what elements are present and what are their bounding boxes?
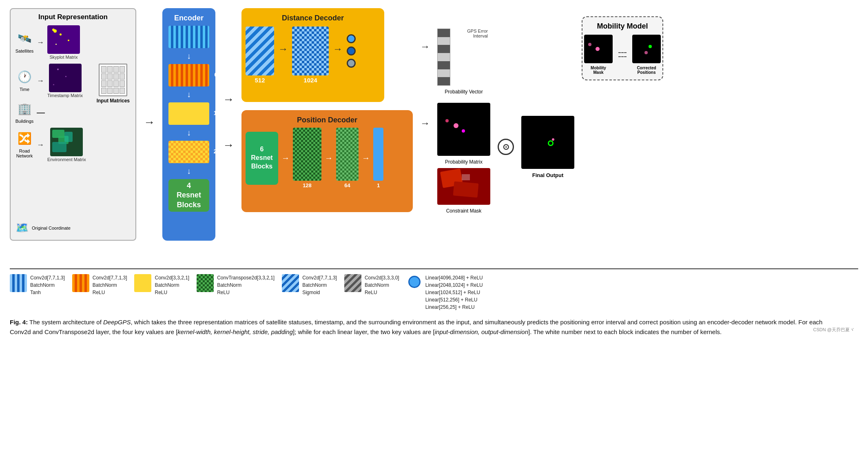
legend-item-6: Conv2d[3,3,3,0]BatchNormReLU: [344, 274, 399, 296]
enc-block-128-wrap: 128: [168, 102, 209, 125]
pd-block-1: 1: [373, 128, 383, 188]
mm-da1: [618, 52, 627, 53]
time-label: Time: [20, 87, 29, 92]
mm-mask-label: Mobility Mask: [591, 66, 606, 75]
gc6: [107, 73, 113, 80]
enc-block-3-wrap: 3: [168, 26, 209, 48]
leg-swatch-6: [344, 274, 361, 292]
cr2: [453, 181, 479, 197]
mm-inner: Mobility Mask: [584, 35, 661, 75]
pd-block-128: 128: [293, 128, 321, 188]
prob-matrix-label: Probability Matrix: [445, 159, 483, 165]
road-icon: 🔀: [16, 132, 33, 145]
enc-arrow-4: ↓: [187, 166, 191, 176]
gc16: [120, 88, 125, 94]
pd-checker-128: [293, 128, 321, 181]
distance-decoder-title: Distance Decoder: [246, 14, 380, 22]
pd-arrow1: →: [281, 153, 290, 163]
enc-block-128: [168, 102, 209, 125]
enc-block-64-wrap: 64: [168, 64, 209, 86]
gc11: [113, 80, 119, 87]
gps-strip: [437, 29, 450, 86]
dd-arrow2: →: [333, 43, 343, 55]
dots-column: [347, 34, 356, 68]
gc1: [101, 66, 106, 73]
leg-circle-swatch: [408, 276, 421, 288]
gps-c5: [438, 61, 450, 69]
cw: [462, 174, 470, 180]
position-decoder-wrap: Position Decoder 6ResnetBlocks → 128: [241, 110, 413, 212]
gps-area: GPS Error Interval: [437, 29, 490, 86]
env-label: Environment Matrix: [47, 157, 86, 162]
pd-arrow2: →: [325, 153, 333, 163]
input-representation-box: Input Representation 🛰️ Satellites →: [10, 8, 136, 241]
diagram-wrapper: Input Representation 🛰️ Satellites →: [10, 8, 858, 337]
dot-gray: [347, 59, 356, 68]
multiply-circle: ⊙: [498, 139, 514, 155]
gc10: [107, 80, 113, 87]
key-values-italic: kernel-width, kernel-height, stride, pad…: [177, 328, 293, 335]
distance-decoder-wrap: Distance Decoder 512 → 1024: [241, 8, 413, 102]
gps-c7: [438, 77, 450, 85]
gc14: [107, 88, 113, 94]
mobility-model-title: Mobility Model: [597, 22, 648, 31]
decoder-output-arrows: → →: [420, 41, 430, 129]
pd-out-arrow: →: [420, 117, 430, 129]
output-area: GPS Error Interval Probability Vector Pr…: [437, 29, 490, 214]
mm-col-mask: Mobility Mask: [584, 35, 613, 75]
mm-mask-img: [584, 35, 613, 63]
mm-pos-label: Corrected Positions: [637, 66, 656, 75]
final-output-label: Final Output: [532, 172, 564, 178]
dd-checker: [292, 27, 329, 75]
mobility-model-box: Mobility Model Mobility Mask: [582, 16, 663, 80]
mobility-model-wrap: Mobility Model Mobility Mask: [582, 16, 663, 80]
original-coord-row: 🗺️ Original Coordinate: [16, 221, 71, 234]
satellite-col: 🛰️ Satellites: [16, 32, 33, 53]
leg-swatch-4: [197, 274, 214, 292]
input-matrices-col: Input Matrices: [97, 64, 130, 104]
input-row-road: 🔀 Road Network → Environment Matrix: [16, 128, 131, 162]
watermark: CSDN @天乔巴夏ヾ: [813, 327, 854, 333]
enc-block-256-wrap: 256: [168, 141, 209, 163]
gc2: [107, 66, 113, 73]
map-icon: 🗺️: [16, 221, 29, 234]
split-arrow-1: →: [223, 93, 234, 106]
mm-pos-img: [632, 35, 661, 63]
legend-item-5: Conv2d[7,7,1,3]BatchNormSigmoid: [282, 274, 337, 296]
legend-item-3: Conv2d[3,3,2,1]BatchNormReLU: [134, 274, 189, 296]
gc4: [120, 66, 125, 73]
constraint-mask-img: [437, 168, 490, 205]
mm-dashed-arrows: [618, 52, 627, 57]
gps-label-col: GPS Error Interval: [454, 29, 488, 38]
skyplot-matrix-img: [47, 25, 80, 54]
gps-c6: [438, 69, 450, 78]
pm-dot2: [462, 129, 465, 133]
timestamp-label: Timestamp Matrix: [47, 93, 83, 98]
gc15: [113, 88, 119, 94]
legend-area: Conv2d[7,7,1,3]BatchNormTanh Conv2d[7,7,…: [10, 268, 858, 311]
gc8: [120, 73, 125, 80]
mm-col-positions: Corrected Positions: [632, 35, 661, 75]
leg-text-1: Conv2d[7,7,1,3]BatchNormTanh: [30, 274, 65, 296]
pd-label-128: 128: [303, 182, 312, 188]
skyplot-label: Skyplot Matrix: [49, 55, 78, 60]
leg-text-7: Linear[4096,2048] + ReLULinear[2048,1024…: [425, 274, 483, 311]
dd-inner-arrow: →: [278, 43, 288, 55]
input-rep-title: Input Representation: [16, 13, 131, 21]
dd-blue-stripe: [246, 27, 274, 75]
dd-label-1024: 1024: [292, 77, 329, 84]
leg-text-6: Conv2d[3,3,3,0]BatchNormReLU: [365, 274, 399, 296]
mm-pos-dot2: [644, 51, 648, 54]
gps-c1: [438, 29, 450, 37]
leg-swatch-5: [282, 274, 299, 292]
pd-resnet-label: 6ResnetBlocks: [251, 145, 272, 171]
fo-dot2: [552, 138, 554, 141]
enc-arrow-3: ↓: [187, 128, 191, 137]
enc-block-256: [168, 141, 209, 163]
leg-text-3: Conv2d[3,3,2,1]BatchNormReLU: [155, 274, 189, 296]
dd-label-512: 512: [246, 77, 274, 84]
timestamp-col: Timestamp Matrix: [47, 64, 83, 98]
gc7: [113, 73, 119, 80]
encoder-split-arrows: → →: [223, 93, 234, 152]
legend-item-7: Linear[4096,2048] + ReLULinear[2048,1024…: [407, 274, 483, 311]
